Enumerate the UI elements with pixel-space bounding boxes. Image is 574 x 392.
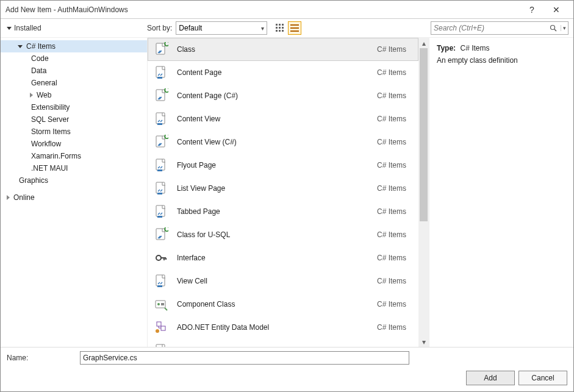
tree-item-child[interactable]: Web (1, 89, 147, 101)
category-tree: C# Items CodeDataGeneralWebExtensibility… (1, 38, 147, 347)
view-grid-button[interactable] (273, 21, 287, 35)
template-category: C# Items (377, 184, 414, 193)
template-category: C# Items (377, 138, 414, 146)
window-title: Add New Item - AuthMauiOnWindows (5, 5, 520, 14)
template-category: C# Items (377, 115, 414, 123)
name-input[interactable] (80, 351, 409, 365)
svg-rect-4 (279, 27, 281, 29)
tree-item-child[interactable]: Xamarin.Forms (1, 150, 147, 162)
template-row[interactable]: ADO.NET Entity Data ModelC# Items (148, 316, 418, 339)
tree-item-graphics[interactable]: Graphics (1, 174, 147, 187)
tree-item-csitems[interactable]: C# Items (1, 40, 147, 52)
search-box[interactable]: ▾ (431, 21, 569, 35)
template-name: Class for U-SQL (177, 230, 377, 239)
template-icon: C# (154, 88, 168, 103)
template-row[interactable]: Content ViewC# Items (148, 107, 418, 130)
template-row[interactable]: View CellC# Items (148, 269, 418, 293)
template-row[interactable]: Tabbed PageC# Items (148, 200, 418, 223)
title-bar: Add New Item - AuthMauiOnWindows ? ✕ (1, 1, 573, 19)
template-row[interactable]: C#Content View (C#)C# Items (148, 130, 418, 154)
search-icon[interactable] (550, 24, 561, 32)
search-dropdown[interactable]: ▾ (561, 25, 568, 31)
scroll-track[interactable] (418, 48, 429, 337)
template-name: Interface (177, 254, 377, 262)
template-icon (154, 65, 168, 80)
svg-rect-29 (157, 216, 162, 218)
template-icon: C# (154, 42, 168, 57)
template-row[interactable]: Content PageC# Items (148, 61, 418, 84)
svg-rect-42 (161, 326, 165, 330)
tree-item-child[interactable]: Storm Items (1, 126, 147, 138)
main-area: C# Items CodeDataGeneralWebExtensibility… (1, 37, 573, 347)
svg-text:C#: C# (164, 135, 168, 141)
button-row: Add Cancel (7, 371, 567, 385)
tree-item-child[interactable]: Extensibility (1, 101, 147, 113)
template-row[interactable]: Component ClassC# Items (148, 293, 418, 316)
sort-label: Sort by: (147, 24, 172, 32)
view-list-button[interactable] (288, 21, 301, 35)
scrollbar[interactable]: ▴ ▾ (418, 38, 429, 347)
chevron-down-icon (18, 45, 23, 48)
svg-rect-28 (156, 205, 165, 216)
search-input[interactable] (431, 24, 550, 32)
svg-rect-8 (282, 30, 284, 32)
help-button[interactable]: ? (520, 5, 544, 15)
template-name: Content Page (C#) (177, 91, 377, 100)
template-icon (154, 251, 168, 265)
add-button[interactable]: Add (466, 371, 515, 385)
template-row[interactable]: C#ClassC# Items (148, 38, 418, 61)
svg-rect-14 (156, 43, 165, 54)
template-name: Flyout Page (177, 161, 377, 169)
template-row[interactable]: Application Configuration FileC# Items (148, 339, 418, 347)
template-icon (154, 112, 168, 126)
template-row[interactable]: C#Class for U-SQLC# Items (148, 223, 418, 246)
template-icon: C# (154, 227, 168, 242)
close-button[interactable]: ✕ (544, 5, 569, 15)
name-row: Name: (7, 351, 567, 365)
template-name: Tabbed Page (177, 207, 377, 216)
svg-rect-16 (156, 66, 165, 77)
scroll-thumb[interactable] (420, 48, 428, 221)
svg-rect-3 (276, 27, 278, 29)
name-label: Name: (7, 354, 80, 362)
tree-item-online[interactable]: Online (1, 191, 147, 204)
template-row[interactable]: List View PageC# Items (148, 177, 418, 200)
svg-rect-22 (156, 136, 165, 147)
scroll-up-button[interactable]: ▴ (418, 38, 429, 48)
tree-item-child[interactable]: General (1, 77, 147, 89)
template-row[interactable]: C#Content Page (C#)C# Items (148, 84, 418, 107)
svg-point-12 (551, 26, 555, 30)
tree-item-child[interactable]: .NET MAUI (1, 162, 147, 174)
sort-select[interactable]: Default ▾ (176, 21, 267, 35)
tree-item-child[interactable]: Code (1, 52, 147, 65)
svg-rect-9 (290, 24, 299, 26)
svg-rect-18 (156, 90, 165, 101)
svg-rect-37 (157, 285, 162, 287)
template-category: C# Items (377, 300, 414, 308)
tree-header-installed[interactable]: Installed (1, 24, 147, 32)
chevron-down-icon (7, 27, 12, 30)
svg-rect-5 (282, 27, 284, 29)
scroll-down-button[interactable]: ▾ (418, 337, 429, 347)
footer: Name: Add Cancel (1, 347, 573, 391)
template-row[interactable]: Flyout PageC# Items (148, 154, 418, 177)
svg-rect-6 (276, 30, 278, 32)
template-row[interactable]: InterfaceC# Items (148, 246, 418, 269)
cancel-button[interactable]: Cancel (518, 371, 567, 385)
details-description: An empty class definition (437, 56, 566, 65)
tree-item-child[interactable]: Workflow (1, 138, 147, 150)
template-name: Content View (C#) (177, 138, 377, 146)
template-category: C# Items (377, 161, 414, 169)
template-name: Component Class (177, 300, 377, 308)
svg-rect-1 (279, 24, 281, 26)
svg-line-13 (554, 29, 556, 31)
tree-item-child[interactable]: SQL Server (1, 113, 147, 126)
template-list: C#ClassC# ItemsContent PageC# ItemsC#Con… (148, 38, 418, 347)
template-icon (154, 320, 168, 335)
svg-rect-25 (157, 169, 162, 171)
tree-item-child[interactable]: Data (1, 65, 147, 77)
template-list-panel: C#ClassC# ItemsContent PageC# ItemsC#Con… (147, 38, 429, 347)
svg-rect-40 (161, 303, 164, 305)
svg-rect-7 (279, 30, 281, 32)
svg-text:C#: C# (164, 42, 168, 48)
